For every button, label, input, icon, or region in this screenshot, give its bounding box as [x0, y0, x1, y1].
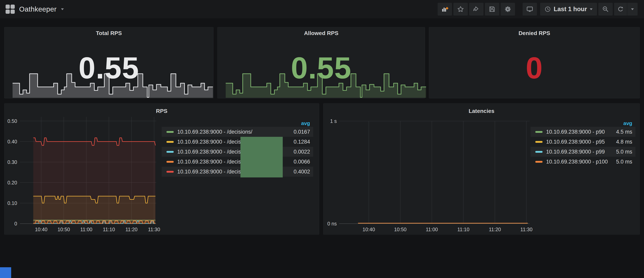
zoom-out-icon [602, 5, 609, 13]
svg-text:10:50: 10:50 [58, 227, 70, 232]
svg-text:0: 0 [14, 221, 17, 227]
refresh-button[interactable] [614, 3, 627, 15]
dashboard-picker[interactable]: Oathkeeper [6, 0, 64, 18]
legend-row[interactable]: 10.10.69.238:9000 - p995.0 ms [530, 147, 636, 157]
series-color-swatch[interactable] [166, 171, 174, 173]
zoom-out-button[interactable] [598, 3, 613, 15]
redaction-overlay [240, 137, 283, 177]
svg-text:11:10: 11:10 [458, 227, 470, 232]
series-color-swatch[interactable] [166, 161, 174, 163]
svg-text:10:40: 10:40 [362, 227, 375, 232]
legend-row[interactable]: 10.10.69.238:9000 - /decisions/0.0066 [162, 157, 313, 167]
time-range-picker[interactable]: Last 1 hour [540, 3, 597, 15]
legend-series-name[interactable]: 10.10.69.238:9000 - p100 [546, 159, 608, 165]
star-button[interactable] [454, 3, 468, 15]
latencies-legend: avg10.10.69.238:9000 - p904.5 ms10.10.69… [530, 120, 636, 167]
legend-series-name[interactable]: 10.10.69.238:9000 - p95 [546, 139, 605, 145]
svg-text:11:30: 11:30 [520, 227, 532, 232]
navbar-actions: Last 1 hour [438, 3, 638, 15]
svg-text:0 ns: 0 ns [328, 221, 337, 227]
svg-text:10:50: 10:50 [394, 227, 406, 232]
legend-row[interactable]: 10.10.69.238:9000 - /decisions/0.4002 [162, 167, 313, 177]
svg-text:11:10: 11:10 [103, 227, 115, 232]
save-button[interactable] [485, 3, 499, 15]
series-color-swatch[interactable] [535, 151, 542, 153]
add-panel-icon [441, 5, 448, 13]
legend-avg-value: 0.0066 [290, 159, 310, 165]
settings-button[interactable] [501, 3, 515, 15]
share-button[interactable] [469, 3, 484, 15]
svg-text:0.40: 0.40 [8, 139, 17, 144]
dashboards-grid-icon [6, 4, 15, 14]
refresh-icon [617, 5, 624, 13]
rps-legend: avg10.10.69.238:9000 - /decisions/0.0167… [162, 120, 313, 177]
gear-icon [504, 5, 512, 13]
svg-text:11:30: 11:30 [148, 227, 160, 232]
time-range-label: Last 1 hour [554, 5, 587, 13]
legend-row[interactable]: 10.10.69.238:9000 - /decisions/0.0167 [162, 127, 313, 137]
legend-avg-header[interactable]: avg [530, 120, 636, 127]
refresh-interval-dropdown[interactable] [627, 3, 638, 15]
add-panel-button[interactable] [438, 3, 452, 15]
legend-row[interactable]: 10.10.69.238:9000 - p904.5 ms [530, 127, 636, 137]
series-color-swatch[interactable] [535, 161, 542, 163]
series-color-swatch[interactable] [166, 131, 174, 133]
svg-text:0.20: 0.20 [8, 180, 17, 185]
legend-series-name[interactable]: 10.10.69.238:9000 - p99 [546, 149, 605, 155]
legend-row[interactable]: 10.10.69.238:9000 - /decisions/0.1284 [162, 137, 313, 147]
svg-text:11:20: 11:20 [126, 227, 138, 232]
svg-text:0.30: 0.30 [8, 159, 17, 165]
legend-series-name[interactable]: 10.10.69.238:9000 - /decisions/ [177, 129, 252, 135]
sparkline-chart [226, 72, 426, 98]
panel-allowed-rps: Allowed RPS 0.55 [217, 27, 425, 98]
legend-avg-value: 5.0 ms [612, 149, 632, 155]
panel-title[interactable]: Allowed RPS [218, 30, 425, 36]
legend-row[interactable]: 10.10.69.238:9000 - /decisions/0.0022 [162, 147, 313, 157]
clock-icon [544, 6, 551, 12]
bottom-left-blue-badge [0, 267, 11, 278]
legend-series-name[interactable]: 10.10.69.238:9000 - p90 [546, 129, 605, 135]
svg-text:0.50: 0.50 [8, 118, 17, 124]
navbar: Oathkeeper [0, 0, 644, 18]
svg-text:11:00: 11:00 [426, 227, 438, 232]
svg-text:1 s: 1 s [330, 118, 337, 124]
legend-row[interactable]: 10.10.69.238:9000 - p954.8 ms [530, 137, 636, 147]
legend-avg-value: 5.0 ms [612, 159, 632, 165]
panel-rps-graph: RPS 10:4010:5011:0011:1011:2011:300.500.… [4, 103, 319, 235]
caret-down-icon [631, 8, 634, 10]
legend-avg-value: 0.0167 [290, 129, 310, 135]
svg-text:10:40: 10:40 [35, 227, 48, 232]
sparkline-chart [12, 72, 213, 98]
share-icon [473, 5, 480, 13]
svg-text:0.10: 0.10 [8, 200, 17, 206]
legend-avg-value: 0.1284 [290, 139, 310, 145]
series-color-swatch[interactable] [166, 151, 174, 153]
save-icon [488, 5, 496, 13]
caret-down-icon [590, 8, 592, 10]
panel-title[interactable]: Total RPS [4, 30, 213, 36]
caret-down-icon [61, 8, 64, 10]
legend-row[interactable]: 10.10.69.238:9000 - p1005.0 ms [530, 157, 636, 167]
stat-value: 0 [429, 53, 640, 83]
grafana-dashboard: Oathkeeper [0, 0, 644, 278]
series-color-swatch[interactable] [535, 141, 542, 143]
legend-avg-header[interactable]: avg [162, 120, 313, 127]
panel-denied-rps: Denied RPS 0 [429, 27, 640, 98]
legend-avg-value: 0.0022 [290, 149, 310, 155]
panel-total-rps: Total RPS 0.55 [4, 27, 214, 98]
svg-text:11:00: 11:00 [80, 227, 92, 232]
legend-avg-value: 4.8 ms [612, 139, 632, 145]
svg-text:11:20: 11:20 [489, 227, 501, 232]
series-color-swatch[interactable] [166, 141, 174, 143]
series-color-swatch[interactable] [535, 131, 542, 133]
star-icon [457, 5, 464, 13]
kiosk-mode-button[interactable] [522, 3, 537, 15]
panel-title[interactable]: Denied RPS [429, 30, 640, 36]
legend-avg-value: 4.5 ms [612, 129, 632, 135]
dashboard-title[interactable]: Oathkeeper [19, 5, 56, 13]
tv-icon [526, 5, 534, 13]
legend-avg-value: 0.4002 [290, 169, 310, 175]
refresh-button-group [614, 3, 638, 15]
panel-latencies-graph: Latencies 10:4010:5011:0011:1011:2011:30… [323, 103, 640, 235]
